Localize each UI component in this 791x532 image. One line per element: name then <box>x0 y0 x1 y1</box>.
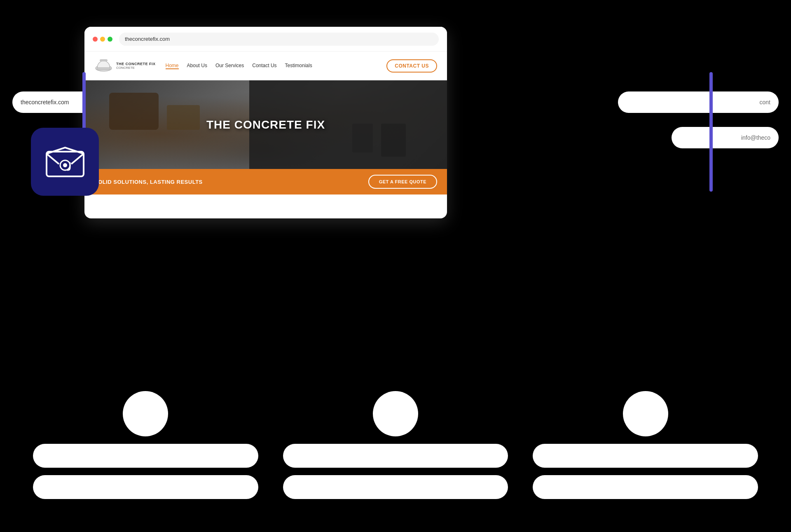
bottom-pill-3b <box>533 475 758 499</box>
nav-about[interactable]: About Us <box>187 63 207 69</box>
svg-rect-4 <box>100 60 108 61</box>
bottom-features-section <box>33 391 758 499</box>
website-content: THE CONCRETE FIX CONCRETE Home About Us … <box>84 52 447 218</box>
nav-home[interactable]: Home <box>166 63 179 69</box>
browser-dots <box>93 37 112 42</box>
url-right-text-1: cont <box>760 99 770 105</box>
browser-mockup: theconcretefix.com THE CONCRETE FIX CONC… <box>84 27 447 218</box>
bottom-circle-2 <box>373 391 418 436</box>
bottom-circle-1 <box>123 391 168 436</box>
bottom-column-1 <box>33 391 258 499</box>
address-text: theconcretefix.com <box>125 36 170 42</box>
bottom-circle-3 <box>623 391 668 436</box>
email-icon <box>44 145 86 178</box>
bottom-pill-3a <box>533 444 758 468</box>
logo-text-block: THE CONCRETE FIX CONCRETE <box>116 62 156 70</box>
browser-address-bar[interactable]: theconcretefix.com <box>119 33 439 46</box>
logo-line2: CONCRETE <box>116 66 156 70</box>
bottom-pill-1a <box>33 444 258 468</box>
website-logo: THE CONCRETE FIX CONCRETE <box>94 56 156 75</box>
url-text: theconcretefix.com <box>21 99 69 105</box>
website-nav-links: Home About Us Our Services Contact Us Te… <box>166 63 387 69</box>
browser-topbar: theconcretefix.com <box>84 27 447 52</box>
cta-bar: SOLID SOLUTIONS, LASTING RESULTS GET A F… <box>84 169 447 195</box>
get-free-quote-button[interactable]: GET A FREE QUOTE <box>368 175 437 189</box>
hero-title: THE CONCRETE FIX <box>206 118 325 131</box>
cta-tagline: SOLID SOLUTIONS, LASTING RESULTS <box>94 179 203 185</box>
dot-green <box>108 37 112 42</box>
accent-bar-right <box>709 72 713 192</box>
nav-contact[interactable]: Contact Us <box>252 63 276 69</box>
bottom-pill-2b <box>283 475 508 499</box>
hero-section: THE CONCRETE FIX <box>84 80 447 169</box>
nav-testimonials[interactable]: Testimonials <box>285 63 312 69</box>
bottom-column-3 <box>533 391 758 499</box>
svg-point-2 <box>63 163 67 167</box>
logo-helmet-icon <box>94 56 113 75</box>
logo-line1: THE CONCRETE FIX <box>116 62 156 66</box>
url-right-text-2: info@theco <box>741 134 770 141</box>
url-pill-right-1: cont <box>618 91 779 113</box>
dot-red <box>93 37 98 42</box>
nav-services[interactable]: Our Services <box>215 63 244 69</box>
contact-us-button[interactable]: CONTACT US <box>386 59 437 73</box>
url-pill-right-2: info@theco <box>672 127 779 148</box>
email-icon-container <box>31 128 99 196</box>
bottom-pill-1b <box>33 475 258 499</box>
dot-yellow <box>100 37 105 42</box>
bottom-pill-2a <box>283 444 508 468</box>
website-nav: THE CONCRETE FIX CONCRETE Home About Us … <box>84 52 447 80</box>
bottom-column-2 <box>283 391 508 499</box>
hero-overlay: THE CONCRETE FIX <box>84 80 447 169</box>
svg-rect-5 <box>97 68 110 70</box>
